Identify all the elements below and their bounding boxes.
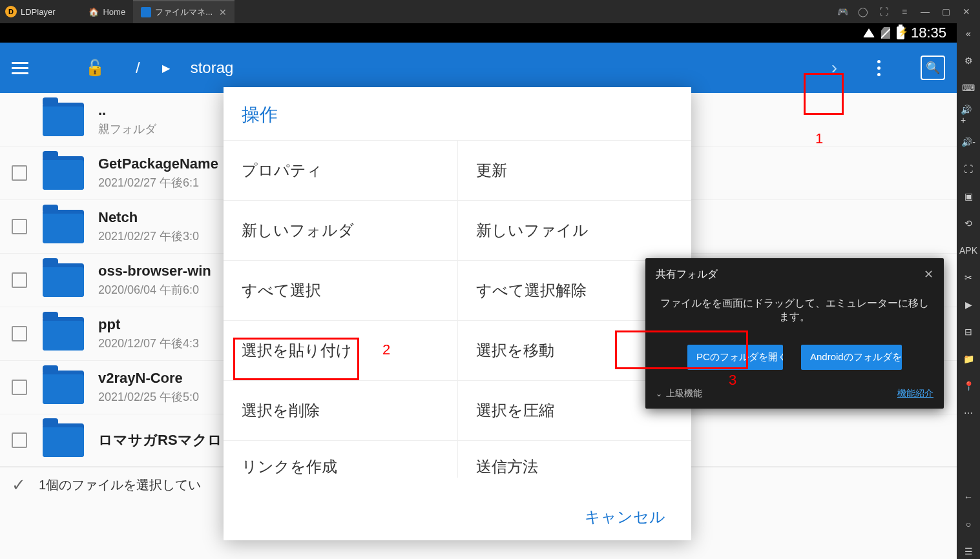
file-name: v2rayN-Core	[98, 370, 199, 387]
expand-icon[interactable]: ⛶	[875, 3, 892, 20]
file-name: ppt	[98, 316, 199, 333]
minimize-icon[interactable]: —	[917, 3, 933, 20]
tab-home[interactable]: 🏠 Home	[81, 0, 133, 23]
app-logo: D	[5, 6, 17, 17]
sync-icon[interactable]: ⟲	[961, 216, 976, 231]
file-name: ..	[98, 102, 156, 119]
share-title: 共有フォルダ	[656, 268, 718, 281]
scissors-icon[interactable]: ✂	[961, 270, 976, 285]
checkbox[interactable]	[12, 380, 27, 395]
op-refresh[interactable]: 更新	[458, 140, 692, 200]
checkbox[interactable]	[12, 165, 27, 181]
op-select-all[interactable]: すべて選択	[224, 260, 458, 320]
multi-instance-icon[interactable]: ▣	[961, 188, 976, 204]
search-icon[interactable]: 🔍	[921, 56, 945, 80]
more-menu-icon[interactable]	[870, 54, 888, 83]
folder-icon	[43, 263, 84, 297]
checkbox[interactable]	[12, 432, 27, 448]
chevron-right-icon[interactable]: ›	[831, 57, 837, 78]
folder-icon	[43, 371, 84, 404]
titlebar: D LDPlayer 🏠 Home ファイルマネ... ✕ 🎮 ◯ ⛶ ≡ — …	[0, 0, 980, 23]
app-toolbar: 🔓 / ▶ storag › 🔍	[0, 43, 957, 93]
file-name: ロマサガRSマクロ	[98, 431, 222, 450]
gamepad-icon[interactable]: 🎮	[834, 3, 851, 20]
file-name: oss-browser-win	[98, 263, 211, 280]
dialog-title: 操作	[224, 87, 691, 140]
home-icon: 🏠	[89, 6, 99, 17]
record-icon[interactable]: ▶	[961, 297, 976, 312]
folder-icon	[43, 103, 84, 136]
collapse-icon[interactable]: «	[966, 28, 971, 39]
cancel-button[interactable]: キャンセル	[585, 508, 665, 525]
tab-label: Home	[103, 7, 125, 17]
android-statusbar: ⚡ 18:35	[0, 23, 957, 43]
share-description: ファイルをを画面にドラッグして、エミュレーターに移します。	[645, 290, 944, 330]
apk-icon[interactable]: APK	[961, 243, 976, 258]
op-paste-selection[interactable]: 選択を貼り付け	[224, 320, 458, 380]
feature-intro-link[interactable]: 機能紹介	[897, 388, 933, 400]
clock: 18:35	[911, 25, 946, 41]
op-create-link[interactable]: リンクを作成	[224, 440, 458, 478]
fullscreen-icon[interactable]: ⛶	[961, 161, 976, 177]
checkbox[interactable]	[12, 326, 27, 341]
close-icon[interactable]: ✕	[219, 7, 227, 17]
op-properties[interactable]: プロパティ	[224, 140, 458, 200]
battery-icon: ⚡	[897, 26, 904, 39]
folder-icon	[43, 156, 84, 190]
share-folder-panel: 共有フォルダ ✕ ファイルをを画面にドラッグして、エミュレーターに移します。 P…	[645, 258, 944, 409]
volume-down-icon[interactable]: 🔊-	[961, 134, 976, 150]
share-folder-icon[interactable]: 📁	[961, 351, 976, 367]
check-icon[interactable]: ✓	[12, 475, 26, 495]
folder-icon	[43, 210, 84, 243]
recents-icon[interactable]: ☰	[961, 544, 976, 559]
hamburger-icon[interactable]: ≡	[896, 3, 913, 20]
advanced-toggle[interactable]: ⌄上級機能	[656, 388, 702, 400]
settings-icon[interactable]: ⚙	[961, 53, 976, 68]
maximize-icon[interactable]: ▢	[937, 3, 954, 20]
open-android-folder-button[interactable]: Androidのフォルダを開く	[801, 345, 902, 370]
op-new-folder[interactable]: 新しいフォルダ	[224, 200, 458, 260]
location-icon[interactable]: 📍	[961, 378, 976, 394]
path-root[interactable]: /	[136, 59, 140, 77]
chevron-down-icon: ⌄	[656, 389, 662, 398]
checkbox[interactable]	[12, 272, 27, 288]
folder-icon	[43, 317, 84, 351]
file-sub: 2021/02/25 午後5:0	[98, 389, 199, 405]
selection-text: 1個のファイルを選択してい	[39, 476, 201, 494]
file-name: Netch	[98, 209, 199, 226]
file-name: GetPackageName	[98, 156, 218, 172]
back-icon[interactable]: ←	[961, 489, 976, 505]
file-sub: 2021/02/27 午後3:0	[98, 229, 199, 244]
folder-icon	[43, 423, 84, 457]
emulator-sidebar: « ⚙ ⌨ 🔊+ 🔊- ⛶ ▣ ⟲ APK ✂ ▶ ⊟ 📁 📍 ⋯ ← ○ ☰	[957, 23, 980, 559]
folder-icon	[141, 7, 151, 17]
tab-label: ファイルマネ...	[155, 6, 213, 18]
volume-up-icon[interactable]: 🔊+	[961, 107, 976, 123]
close-icon[interactable]: ✕	[924, 267, 933, 281]
account-icon[interactable]: ◯	[855, 3, 871, 20]
tab-filemanager[interactable]: ファイルマネ... ✕	[133, 0, 235, 23]
breadcrumb-path[interactable]: storag	[191, 59, 234, 77]
more-icon[interactable]: ⋯	[961, 405, 976, 421]
file-sub: 2020/12/07 午後4:3	[98, 336, 199, 351]
op-send-method[interactable]: 送信方法	[458, 440, 692, 478]
checkbox[interactable]	[12, 219, 27, 234]
op-delete-selection[interactable]: 選択を削除	[224, 380, 458, 440]
open-pc-folder-button[interactable]: PCのフォルダを開く	[687, 345, 783, 370]
close-window-icon[interactable]: ✕	[958, 3, 975, 20]
operations-dialog: 操作 プロパティ 更新 新しいフォルダ 新しいファイル すべて選択 すべて選択解…	[224, 87, 691, 540]
home-icon[interactable]: ○	[961, 516, 976, 532]
wifi-icon	[863, 28, 875, 37]
operation-record-icon[interactable]: ⊟	[961, 324, 976, 340]
file-sub: 親フォルダ	[98, 121, 156, 137]
sim-icon	[881, 27, 890, 39]
keyboard-icon[interactable]: ⌨	[961, 80, 976, 96]
lock-icon[interactable]: 🔓	[85, 59, 105, 77]
file-sub: 2021/02/27 午後6:1	[98, 175, 218, 190]
hamburger-menu-icon[interactable]	[12, 62, 28, 74]
chevron-right-icon: ▶	[162, 62, 170, 74]
file-sub: 2020/06/04 午前6:0	[98, 282, 211, 298]
op-new-file[interactable]: 新しいファイル	[458, 200, 692, 260]
app-name: LDPlayer	[21, 7, 55, 17]
